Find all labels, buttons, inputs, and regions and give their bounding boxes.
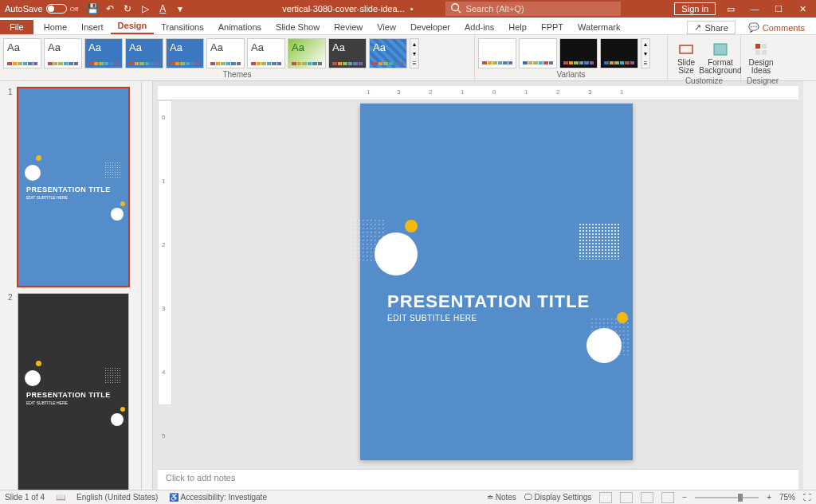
theme-tile[interactable]: Aa	[84, 38, 123, 68]
accessibility-icon: ♿	[169, 493, 178, 502]
slide-title-placeholder[interactable]: PRESENTATION TITLE	[387, 291, 590, 312]
status-bar: Slide 1 of 4 📖 English (United States) ♿…	[0, 490, 816, 504]
toggle-icon	[46, 4, 67, 14]
theme-tile[interactable]: Aa	[44, 38, 82, 68]
save-icon[interactable]: 💾	[86, 2, 99, 15]
font-color-icon[interactable]: A	[156, 2, 169, 15]
tab-home[interactable]: Home	[37, 20, 74, 34]
ribbon-display-icon[interactable]: ▭	[722, 2, 740, 16]
notes-button[interactable]: ≐ Notes	[487, 493, 516, 502]
notes-placeholder: Click to add notes	[166, 473, 235, 483]
slide-size-button[interactable]: Slide Size	[671, 38, 701, 76]
share-icon: ↗	[694, 22, 701, 33]
zoom-out-icon[interactable]: −	[682, 493, 687, 502]
tab-watermark[interactable]: Watermark	[571, 20, 627, 34]
close-icon[interactable]: ✕	[794, 2, 811, 16]
themes-gallery[interactable]: Aa Aa Aa Aa Aa Aa Aa Aa Aa Aa ▴▾≡	[3, 37, 471, 68]
autosave-state: Off	[70, 6, 79, 13]
svg-rect-4	[755, 44, 760, 49]
decor-circle-icon	[405, 220, 418, 232]
theme-tile[interactable]: Aa	[247, 38, 285, 68]
variants-group-label: Variants	[478, 70, 664, 80]
zoom-in-icon[interactable]: +	[767, 493, 771, 502]
decor-circle-icon	[375, 232, 418, 275]
ribbon-design: Aa Aa Aa Aa Aa Aa Aa Aa Aa Aa ▴▾≡ Themes…	[0, 35, 816, 81]
notes-pane[interactable]: Click to add notes	[158, 469, 798, 490]
variants-gallery[interactable]: ▴▾≡	[478, 37, 664, 68]
tab-animations[interactable]: Animations	[211, 20, 269, 34]
svg-rect-7	[762, 50, 767, 55]
start-show-icon[interactable]: ▷	[139, 2, 151, 15]
svg-point-0	[451, 4, 458, 11]
search-input[interactable]: Search (Alt+Q)	[445, 2, 621, 16]
spell-check-icon[interactable]: 📖	[56, 493, 65, 502]
fit-to-window-icon[interactable]: ⛶	[803, 493, 811, 502]
language-status[interactable]: English (United States)	[76, 493, 158, 502]
theme-tile[interactable]: Aa	[125, 38, 163, 68]
maximize-icon[interactable]: ☐	[770, 2, 787, 16]
current-slide[interactable]: PRESENTATION TITLE EDIT SUBTITLE HERE	[360, 104, 633, 460]
theme-tile[interactable]: Aa	[206, 38, 245, 68]
tab-slideshow[interactable]: Slide Show	[269, 20, 327, 34]
redo-icon[interactable]: ↻	[121, 2, 134, 15]
title-bar: AutoSave Off 💾 ↶ ↻ ▷ A ▾ vertical-3080-c…	[0, 0, 816, 18]
tab-fppt[interactable]: FPPT	[534, 20, 571, 34]
share-button[interactable]: ↗ Share	[687, 21, 735, 34]
horizontal-ruler[interactable]: 1 3 2 1 0 1 2 3 1	[158, 86, 798, 100]
minimize-icon[interactable]: —	[746, 2, 763, 16]
editor-scrollbar[interactable]	[803, 81, 816, 490]
normal-view-icon[interactable]	[599, 492, 612, 503]
slide-canvas-area[interactable]: 0 1 2 3 4 5 PRESENTATION TITLE EDIT SUBT…	[153, 100, 803, 469]
comments-button[interactable]: 💬 Comments	[742, 21, 811, 34]
tab-addins[interactable]: Add-ins	[457, 20, 501, 34]
design-ideas-icon	[753, 41, 769, 57]
svg-rect-6	[755, 50, 760, 55]
zoom-value[interactable]: 75%	[779, 493, 795, 502]
slideshow-view-icon[interactable]	[661, 492, 674, 503]
variant-tile[interactable]	[600, 38, 638, 68]
thumb-number: 1	[8, 88, 14, 287]
autosave-toggle[interactable]: AutoSave Off	[5, 4, 78, 14]
tab-insert[interactable]: Insert	[74, 20, 111, 34]
slide-thumbnail-2[interactable]: PRESENTATION TITLE EDIT SUBTITLE HERE	[18, 293, 129, 490]
slide-position[interactable]: Slide 1 of 4	[5, 493, 45, 502]
tab-developer[interactable]: Developer	[403, 20, 457, 34]
accessibility-status[interactable]: ♿ Accessibility: Investigate	[169, 493, 267, 502]
sorter-view-icon[interactable]	[620, 492, 633, 503]
slide-thumbnail-1[interactable]: PRESENTATION TITLE EDIT SUBTITLE HERE	[18, 88, 129, 287]
theme-tile[interactable]: Aa	[288, 38, 326, 68]
tab-file[interactable]: File	[0, 20, 33, 34]
qat-more-icon[interactable]: ▾	[174, 2, 186, 15]
slide-editor: 1 3 2 1 0 1 2 3 1 0 1 2 3 4 5	[153, 81, 803, 490]
format-background-button[interactable]: Format Background	[704, 38, 737, 76]
tab-design[interactable]: Design	[111, 18, 155, 34]
document-name[interactable]: vertical-3080-cover-slide-idea... •	[282, 4, 413, 14]
vertical-ruler[interactable]: 0 1 2 3 4 5	[158, 100, 172, 405]
thumbnails-scrollbar[interactable]	[142, 81, 153, 490]
theme-tile[interactable]: Aa	[3, 38, 41, 68]
design-ideas-button[interactable]: Design Ideas	[744, 38, 778, 76]
themes-more-icon[interactable]: ▴▾≡	[410, 38, 419, 68]
search-placeholder: Search (Alt+Q)	[466, 4, 524, 14]
theme-tile[interactable]: Aa	[328, 38, 367, 68]
autosave-label: AutoSave	[5, 4, 43, 14]
variant-tile[interactable]	[559, 38, 598, 68]
variants-more-icon[interactable]: ▴▾≡	[641, 38, 650, 68]
variant-tile[interactable]	[519, 38, 557, 68]
tab-help[interactable]: Help	[501, 20, 534, 34]
undo-icon[interactable]: ↶	[104, 2, 116, 15]
zoom-slider[interactable]	[695, 497, 759, 498]
tab-review[interactable]: Review	[327, 20, 370, 34]
format-bg-icon	[712, 41, 728, 57]
variant-tile[interactable]	[478, 38, 516, 68]
reading-view-icon[interactable]	[641, 492, 653, 503]
tab-transitions[interactable]: Transitions	[154, 20, 210, 34]
sign-in-button[interactable]: Sign in	[674, 2, 716, 15]
decor-circle-icon	[617, 312, 628, 323]
svg-line-1	[457, 10, 461, 14]
display-settings-button[interactable]: 🖵 Display Settings	[524, 493, 591, 502]
tab-view[interactable]: View	[370, 20, 403, 34]
theme-tile[interactable]: Aa	[166, 38, 204, 68]
theme-tile[interactable]: Aa	[369, 38, 407, 68]
slide-subtitle-placeholder[interactable]: EDIT SUBTITLE HERE	[387, 314, 477, 322]
